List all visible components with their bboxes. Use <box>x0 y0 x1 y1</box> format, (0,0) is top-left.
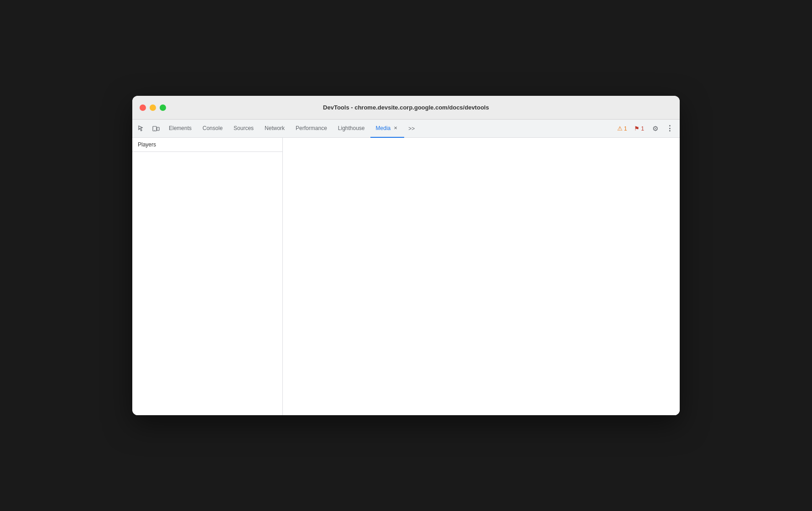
svg-rect-1 <box>157 127 159 130</box>
window-title: DevTools - chrome.devsite.corp.google.co… <box>323 104 489 111</box>
more-options-button[interactable]: ⋮ <box>663 122 676 135</box>
tabs-bar: Elements Console Sources Network Perform… <box>132 120 680 138</box>
errors-count: 1 <box>641 125 644 132</box>
more-tabs-icon: >> <box>408 125 415 132</box>
device-icon <box>152 125 160 132</box>
tab-network[interactable]: Network <box>259 120 290 138</box>
tab-performance[interactable]: Performance <box>290 120 333 138</box>
devtools-body: Elements Console Sources Network Perform… <box>132 120 680 415</box>
more-dots-icon: ⋮ <box>666 124 673 133</box>
more-tabs-button[interactable]: >> <box>404 121 419 136</box>
title-bar: DevTools - chrome.devsite.corp.google.co… <box>132 96 680 120</box>
maximize-button[interactable] <box>160 104 166 111</box>
svg-point-2 <box>154 130 155 130</box>
settings-gear-icon: ⚙ <box>652 125 658 133</box>
media-sidebar: Players <box>132 138 283 415</box>
tab-console[interactable]: Console <box>197 120 228 138</box>
main-content: Players <box>132 138 680 415</box>
device-toggle-button[interactable] <box>149 121 163 136</box>
close-media-tab-button[interactable]: ✕ <box>392 125 399 131</box>
warning-triangle-icon: ⚠ <box>617 125 623 132</box>
inspect-icon-button[interactable] <box>134 121 149 136</box>
tabs-right-controls: ⚠ 1 ⚑ 1 ⚙ ⋮ <box>614 122 678 135</box>
settings-button[interactable]: ⚙ <box>649 122 661 135</box>
tab-elements[interactable]: Elements <box>163 120 197 138</box>
tab-media[interactable]: Media ✕ <box>370 120 405 138</box>
sidebar-header: Players <box>132 138 282 152</box>
close-button[interactable] <box>140 104 146 111</box>
players-list <box>132 152 282 415</box>
error-flag-icon: ⚑ <box>634 125 640 132</box>
warnings-badge[interactable]: ⚠ 1 <box>614 124 630 133</box>
players-label: Players <box>138 141 156 148</box>
inspect-icon <box>138 125 145 132</box>
tab-sources[interactable]: Sources <box>228 120 259 138</box>
media-main-panel <box>283 138 680 415</box>
errors-badge[interactable]: ⚑ 1 <box>631 124 647 133</box>
traffic-lights <box>140 104 166 111</box>
devtools-window: DevTools - chrome.devsite.corp.google.co… <box>132 96 680 415</box>
tab-lighthouse[interactable]: Lighthouse <box>333 120 370 138</box>
warnings-count: 1 <box>624 125 627 132</box>
minimize-button[interactable] <box>150 104 156 111</box>
